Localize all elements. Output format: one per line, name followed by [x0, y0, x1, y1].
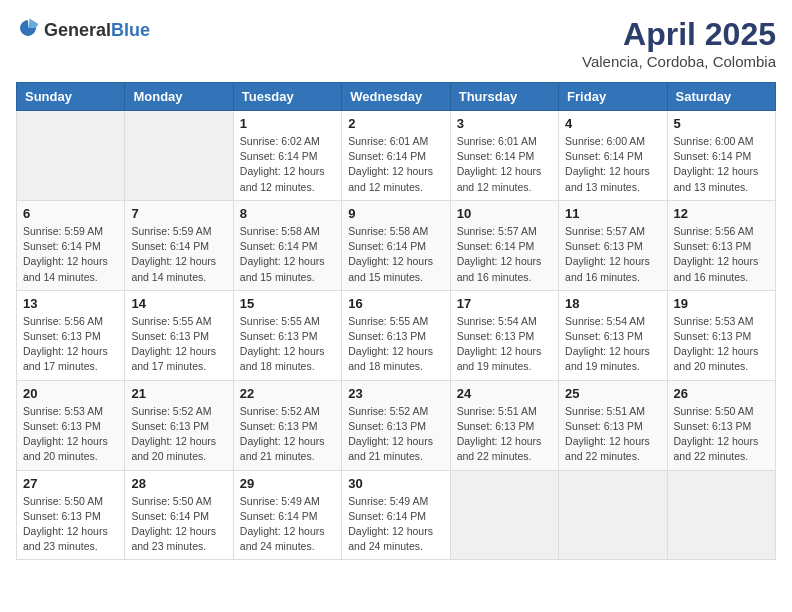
calendar-cell [559, 470, 667, 560]
day-info: Sunrise: 5:54 AMSunset: 6:13 PMDaylight:… [565, 314, 660, 375]
calendar-cell: 2Sunrise: 6:01 AMSunset: 6:14 PMDaylight… [342, 111, 450, 201]
calendar-cell: 25Sunrise: 5:51 AMSunset: 6:13 PMDayligh… [559, 380, 667, 470]
day-info: Sunrise: 5:58 AMSunset: 6:14 PMDaylight:… [240, 224, 335, 285]
day-info: Sunrise: 6:02 AMSunset: 6:14 PMDaylight:… [240, 134, 335, 195]
day-info: Sunrise: 5:52 AMSunset: 6:13 PMDaylight:… [131, 404, 226, 465]
calendar-cell: 15Sunrise: 5:55 AMSunset: 6:13 PMDayligh… [233, 290, 341, 380]
day-number: 30 [348, 476, 443, 491]
calendar-cell: 21Sunrise: 5:52 AMSunset: 6:13 PMDayligh… [125, 380, 233, 470]
day-number: 10 [457, 206, 552, 221]
day-info: Sunrise: 5:50 AMSunset: 6:13 PMDaylight:… [23, 494, 118, 555]
calendar-cell: 19Sunrise: 5:53 AMSunset: 6:13 PMDayligh… [667, 290, 775, 380]
calendar-cell: 5Sunrise: 6:00 AMSunset: 6:14 PMDaylight… [667, 111, 775, 201]
header-monday: Monday [125, 83, 233, 111]
day-number: 7 [131, 206, 226, 221]
location-title: Valencia, Cordoba, Colombia [582, 53, 776, 70]
calendar-cell: 12Sunrise: 5:56 AMSunset: 6:13 PMDayligh… [667, 200, 775, 290]
day-number: 8 [240, 206, 335, 221]
calendar-cell: 18Sunrise: 5:54 AMSunset: 6:13 PMDayligh… [559, 290, 667, 380]
calendar-cell: 8Sunrise: 5:58 AMSunset: 6:14 PMDaylight… [233, 200, 341, 290]
day-number: 27 [23, 476, 118, 491]
day-info: Sunrise: 5:49 AMSunset: 6:14 PMDaylight:… [240, 494, 335, 555]
day-info: Sunrise: 5:50 AMSunset: 6:13 PMDaylight:… [674, 404, 769, 465]
day-number: 2 [348, 116, 443, 131]
day-info: Sunrise: 5:57 AMSunset: 6:13 PMDaylight:… [565, 224, 660, 285]
calendar-cell [667, 470, 775, 560]
day-number: 1 [240, 116, 335, 131]
day-number: 15 [240, 296, 335, 311]
day-info: Sunrise: 5:50 AMSunset: 6:14 PMDaylight:… [131, 494, 226, 555]
day-number: 28 [131, 476, 226, 491]
header-saturday: Saturday [667, 83, 775, 111]
day-number: 11 [565, 206, 660, 221]
title-area: April 2025 Valencia, Cordoba, Colombia [582, 16, 776, 70]
calendar-cell: 13Sunrise: 5:56 AMSunset: 6:13 PMDayligh… [17, 290, 125, 380]
calendar-week-3: 13Sunrise: 5:56 AMSunset: 6:13 PMDayligh… [17, 290, 776, 380]
header-friday: Friday [559, 83, 667, 111]
calendar-cell: 20Sunrise: 5:53 AMSunset: 6:13 PMDayligh… [17, 380, 125, 470]
day-info: Sunrise: 6:00 AMSunset: 6:14 PMDaylight:… [565, 134, 660, 195]
day-info: Sunrise: 5:55 AMSunset: 6:13 PMDaylight:… [240, 314, 335, 375]
day-info: Sunrise: 6:00 AMSunset: 6:14 PMDaylight:… [674, 134, 769, 195]
day-number: 26 [674, 386, 769, 401]
calendar-week-4: 20Sunrise: 5:53 AMSunset: 6:13 PMDayligh… [17, 380, 776, 470]
logo-blue: Blue [111, 20, 150, 40]
day-number: 16 [348, 296, 443, 311]
calendar-week-2: 6Sunrise: 5:59 AMSunset: 6:14 PMDaylight… [17, 200, 776, 290]
day-info: Sunrise: 5:52 AMSunset: 6:13 PMDaylight:… [348, 404, 443, 465]
day-number: 3 [457, 116, 552, 131]
day-number: 6 [23, 206, 118, 221]
day-number: 12 [674, 206, 769, 221]
calendar-week-1: 1Sunrise: 6:02 AMSunset: 6:14 PMDaylight… [17, 111, 776, 201]
day-number: 17 [457, 296, 552, 311]
calendar-cell: 28Sunrise: 5:50 AMSunset: 6:14 PMDayligh… [125, 470, 233, 560]
day-number: 25 [565, 386, 660, 401]
day-number: 13 [23, 296, 118, 311]
day-number: 23 [348, 386, 443, 401]
calendar-cell: 11Sunrise: 5:57 AMSunset: 6:13 PMDayligh… [559, 200, 667, 290]
calendar-cell: 29Sunrise: 5:49 AMSunset: 6:14 PMDayligh… [233, 470, 341, 560]
calendar: SundayMondayTuesdayWednesdayThursdayFrid… [16, 82, 776, 560]
logo-graphic [16, 16, 40, 44]
calendar-cell: 7Sunrise: 5:59 AMSunset: 6:14 PMDaylight… [125, 200, 233, 290]
day-info: Sunrise: 5:56 AMSunset: 6:13 PMDaylight:… [23, 314, 118, 375]
calendar-cell: 14Sunrise: 5:55 AMSunset: 6:13 PMDayligh… [125, 290, 233, 380]
day-info: Sunrise: 5:58 AMSunset: 6:14 PMDaylight:… [348, 224, 443, 285]
calendar-cell: 9Sunrise: 5:58 AMSunset: 6:14 PMDaylight… [342, 200, 450, 290]
day-info: Sunrise: 5:59 AMSunset: 6:14 PMDaylight:… [131, 224, 226, 285]
calendar-cell [450, 470, 558, 560]
logo-general: General [44, 20, 111, 40]
day-info: Sunrise: 5:53 AMSunset: 6:13 PMDaylight:… [23, 404, 118, 465]
header-sunday: Sunday [17, 83, 125, 111]
day-info: Sunrise: 5:49 AMSunset: 6:14 PMDaylight:… [348, 494, 443, 555]
logo-text: GeneralBlue [44, 21, 150, 40]
day-info: Sunrise: 5:54 AMSunset: 6:13 PMDaylight:… [457, 314, 552, 375]
day-number: 20 [23, 386, 118, 401]
calendar-cell: 30Sunrise: 5:49 AMSunset: 6:14 PMDayligh… [342, 470, 450, 560]
day-info: Sunrise: 5:55 AMSunset: 6:13 PMDaylight:… [348, 314, 443, 375]
logo: GeneralBlue [16, 16, 150, 44]
calendar-cell [125, 111, 233, 201]
day-info: Sunrise: 5:56 AMSunset: 6:13 PMDaylight:… [674, 224, 769, 285]
day-info: Sunrise: 5:53 AMSunset: 6:13 PMDaylight:… [674, 314, 769, 375]
calendar-cell: 1Sunrise: 6:02 AMSunset: 6:14 PMDaylight… [233, 111, 341, 201]
calendar-cell: 22Sunrise: 5:52 AMSunset: 6:13 PMDayligh… [233, 380, 341, 470]
header: GeneralBlue April 2025 Valencia, Cordoba… [16, 16, 776, 70]
calendar-cell: 6Sunrise: 5:59 AMSunset: 6:14 PMDaylight… [17, 200, 125, 290]
header-thursday: Thursday [450, 83, 558, 111]
day-info: Sunrise: 6:01 AMSunset: 6:14 PMDaylight:… [457, 134, 552, 195]
day-number: 21 [131, 386, 226, 401]
day-info: Sunrise: 5:52 AMSunset: 6:13 PMDaylight:… [240, 404, 335, 465]
day-info: Sunrise: 5:55 AMSunset: 6:13 PMDaylight:… [131, 314, 226, 375]
day-number: 5 [674, 116, 769, 131]
day-number: 9 [348, 206, 443, 221]
calendar-cell [17, 111, 125, 201]
calendar-cell: 17Sunrise: 5:54 AMSunset: 6:13 PMDayligh… [450, 290, 558, 380]
header-tuesday: Tuesday [233, 83, 341, 111]
day-info: Sunrise: 5:51 AMSunset: 6:13 PMDaylight:… [457, 404, 552, 465]
calendar-cell: 16Sunrise: 5:55 AMSunset: 6:13 PMDayligh… [342, 290, 450, 380]
calendar-cell: 3Sunrise: 6:01 AMSunset: 6:14 PMDaylight… [450, 111, 558, 201]
day-number: 24 [457, 386, 552, 401]
calendar-header-row: SundayMondayTuesdayWednesdayThursdayFrid… [17, 83, 776, 111]
day-number: 18 [565, 296, 660, 311]
